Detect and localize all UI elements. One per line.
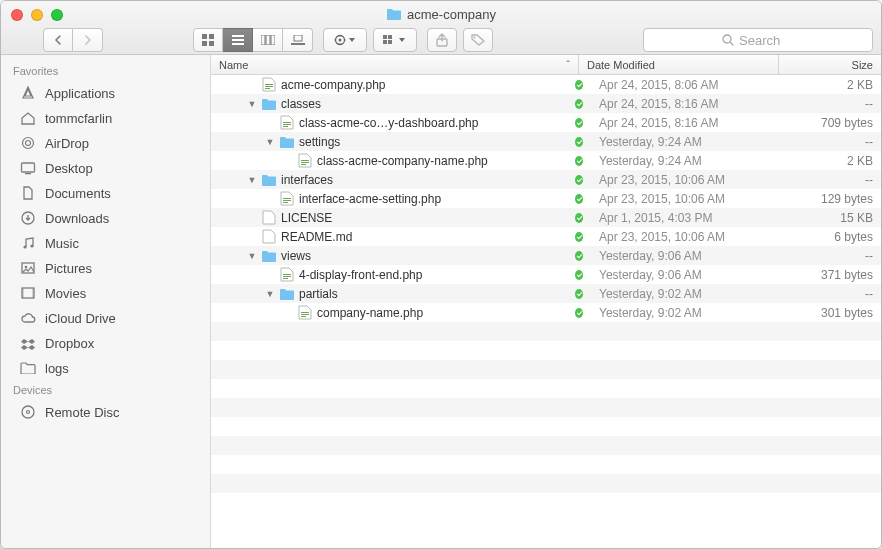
table-row[interactable]: ▼classesApr 24, 2015, 8:16 AM-- xyxy=(211,94,881,113)
arrange-menu-button[interactable] xyxy=(373,28,417,52)
svg-rect-15 xyxy=(338,44,342,45)
window-title-text: acme-company xyxy=(407,7,496,22)
search-field-wrap xyxy=(643,28,873,52)
date-modified-column-header[interactable]: Date Modified xyxy=(579,55,779,74)
disclosure-triangle-icon[interactable]: ▼ xyxy=(247,175,257,185)
desktop-icon xyxy=(19,159,37,177)
sidebar-item-label: Remote Disc xyxy=(45,405,119,420)
svg-rect-7 xyxy=(261,35,265,45)
svg-point-26 xyxy=(23,138,34,149)
file-date-modified: Apr 23, 2015, 10:06 AM xyxy=(591,192,791,206)
window-body: FavoritesApplicationstommcfarlinAirDropD… xyxy=(1,55,881,548)
sidebar-item-label: logs xyxy=(45,361,69,376)
name-column-header[interactable]: Name ˆ xyxy=(211,55,579,74)
table-row xyxy=(211,474,881,493)
svg-rect-10 xyxy=(294,35,302,41)
table-row[interactable]: acme-company.phpApr 24, 2015, 8:06 AM2 K… xyxy=(211,75,881,94)
svg-rect-21 xyxy=(388,40,392,44)
size-column-header[interactable]: Size xyxy=(779,55,881,74)
svg-rect-36 xyxy=(22,288,24,298)
table-row[interactable]: interface-acme-setting.phpApr 23, 2015, … xyxy=(211,189,881,208)
finder-window: acme-company xyxy=(0,0,882,549)
pictures-icon xyxy=(19,259,37,277)
sync-status-icon xyxy=(575,308,583,318)
svg-rect-37 xyxy=(32,288,34,298)
file-size: 129 bytes xyxy=(791,192,881,206)
sidebar-item[interactable]: Movies xyxy=(1,280,210,305)
svg-rect-47 xyxy=(301,162,309,163)
disclosure-triangle-icon[interactable]: ▼ xyxy=(247,251,257,261)
table-row[interactable]: README.mdApr 23, 2015, 10:06 AM6 bytes xyxy=(211,227,881,246)
file-date-modified: Apr 1, 2015, 4:03 PM xyxy=(591,211,791,225)
svg-rect-50 xyxy=(283,200,291,201)
list-view-button[interactable] xyxy=(223,28,253,52)
sidebar-item[interactable]: iCloud Drive xyxy=(1,305,210,330)
date-column-label: Date Modified xyxy=(587,59,655,71)
table-row[interactable]: ▼interfacesApr 23, 2015, 10:06 AM-- xyxy=(211,170,881,189)
sync-status-icon xyxy=(575,232,583,242)
file-listing: Name ˆ Date Modified Size acme-company.p… xyxy=(211,55,881,548)
table-row xyxy=(211,379,881,398)
sidebar-item[interactable]: Music xyxy=(1,230,210,255)
table-row xyxy=(211,455,881,474)
coverflow-view-button[interactable] xyxy=(283,28,313,52)
svg-rect-1 xyxy=(209,34,214,39)
table-row[interactable]: ▼viewsYesterday, 9:06 AM-- xyxy=(211,246,881,265)
sidebar-item-label: tommcfarlin xyxy=(45,111,112,126)
table-row xyxy=(211,322,881,341)
sidebar: FavoritesApplicationstommcfarlinAirDropD… xyxy=(1,55,211,548)
forward-button[interactable] xyxy=(73,28,103,52)
sidebar-item[interactable]: Downloads xyxy=(1,205,210,230)
svg-point-38 xyxy=(22,406,34,418)
folder-icon xyxy=(261,96,277,112)
table-row[interactable]: class-acme-co…y-dashboard.phpApr 24, 201… xyxy=(211,113,881,132)
disclosure-triangle-icon[interactable]: ▼ xyxy=(265,137,275,147)
sidebar-item[interactable]: Pictures xyxy=(1,255,210,280)
icon-view-button[interactable] xyxy=(193,28,223,52)
table-row xyxy=(211,341,881,360)
tags-button[interactable] xyxy=(463,28,493,52)
sidebar-item[interactable]: tommcfarlin xyxy=(1,105,210,130)
table-row[interactable]: 4-display-front-end.phpYesterday, 9:06 A… xyxy=(211,265,881,284)
share-button[interactable] xyxy=(427,28,457,52)
disclosure-triangle-icon[interactable]: ▼ xyxy=(265,289,275,299)
svg-rect-18 xyxy=(383,35,387,39)
svg-rect-6 xyxy=(232,43,244,45)
disclosure-triangle-icon[interactable]: ▼ xyxy=(247,99,257,109)
sync-status-icon xyxy=(575,194,583,204)
folder-icon xyxy=(261,248,277,264)
file-name: settings xyxy=(299,135,340,149)
sidebar-item[interactable]: Remote Disc xyxy=(1,399,210,424)
column-view-button[interactable] xyxy=(253,28,283,52)
table-row[interactable]: class-acme-company-name.phpYesterday, 9:… xyxy=(211,151,881,170)
table-row[interactable]: ▼partialsYesterday, 9:02 AM-- xyxy=(211,284,881,303)
sidebar-item[interactable]: Documents xyxy=(1,180,210,205)
sidebar-item[interactable]: Desktop xyxy=(1,155,210,180)
table-row[interactable]: ▼settingsYesterday, 9:24 AM-- xyxy=(211,132,881,151)
svg-rect-8 xyxy=(266,35,270,45)
table-row xyxy=(211,417,881,436)
titlebar: acme-company xyxy=(1,1,881,55)
svg-rect-54 xyxy=(283,278,288,279)
table-row[interactable]: LICENSEApr 1, 2015, 4:03 PM15 KB xyxy=(211,208,881,227)
share-tag-group xyxy=(427,28,493,52)
sidebar-item[interactable]: Dropbox xyxy=(1,330,210,355)
table-row[interactable]: company-name.phpYesterday, 9:02 AM301 by… xyxy=(211,303,881,322)
nav-buttons xyxy=(43,28,103,52)
folder-icon xyxy=(261,172,277,188)
sidebar-item[interactable]: logs xyxy=(1,355,210,380)
sidebar-item[interactable]: AirDrop xyxy=(1,130,210,155)
sidebar-item[interactable]: Applications xyxy=(1,80,210,105)
back-button[interactable] xyxy=(43,28,73,52)
file-size: -- xyxy=(791,97,881,111)
file-date-modified: Apr 23, 2015, 10:06 AM xyxy=(591,230,791,244)
svg-rect-28 xyxy=(22,163,35,172)
svg-rect-2 xyxy=(202,41,207,46)
search-field[interactable] xyxy=(643,28,873,52)
svg-rect-16 xyxy=(335,39,336,40)
folder-icon xyxy=(386,6,402,22)
search-input[interactable] xyxy=(739,33,794,48)
action-menu-button[interactable] xyxy=(323,28,367,52)
svg-rect-57 xyxy=(301,316,306,317)
sort-ascending-icon: ˆ xyxy=(566,59,570,71)
